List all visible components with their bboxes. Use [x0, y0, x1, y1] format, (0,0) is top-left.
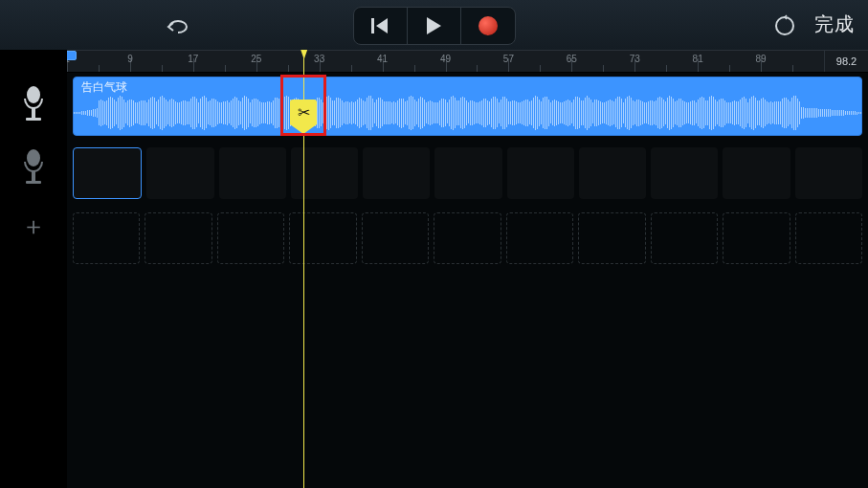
svg-marker-2: [427, 17, 441, 34]
ruler-tick-label: 81: [693, 54, 703, 64]
ruler-tick-label: 65: [567, 54, 577, 64]
ruler-tick-label: 17: [188, 54, 198, 64]
cell-slot[interactable]: [289, 212, 356, 264]
arrange-area[interactable]: 告白气球: [67, 73, 868, 488]
record-icon: [479, 16, 498, 35]
split-marker[interactable]: ✂: [290, 100, 317, 134]
svg-rect-0: [371, 18, 374, 33]
cell-slot[interactable]: [651, 147, 718, 199]
track-header-mic-1[interactable]: [0, 73, 67, 136]
mic-icon: [19, 148, 48, 187]
svg-rect-6: [26, 118, 41, 121]
add-track-button[interactable]: ＋: [0, 199, 67, 253]
cell-slot[interactable]: [217, 212, 284, 264]
ruler-tick-label: 49: [440, 54, 451, 64]
cell-slot[interactable]: [579, 147, 646, 199]
cell-slot[interactable]: [219, 147, 286, 199]
ruler-tick-label: 33: [314, 54, 324, 64]
cell-slot[interactable]: [73, 212, 140, 264]
timeline-ruler[interactable]: 1917253341495765738189 98.2: [67, 50, 868, 73]
cell-slot[interactable]: [795, 147, 862, 199]
cell-slot[interactable]: [145, 212, 211, 264]
skip-back-icon: [370, 17, 389, 34]
ruler-tick-label: 9: [127, 54, 133, 64]
mic-icon: [19, 85, 48, 123]
loop-icon: [773, 14, 796, 37]
cell-row-1: [73, 147, 862, 199]
cell-slot[interactable]: [651, 212, 718, 264]
svg-rect-8: [32, 171, 35, 181]
svg-point-4: [27, 86, 40, 103]
cell-slot[interactable]: [723, 147, 790, 199]
waveform: [74, 93, 861, 133]
cell-slot[interactable]: [146, 147, 213, 199]
svg-marker-1: [376, 18, 388, 33]
ruler-tick-label: 57: [503, 54, 514, 64]
cell-slot[interactable]: [291, 147, 358, 199]
cell-slot[interactable]: [507, 147, 574, 199]
record-button[interactable]: [461, 8, 515, 44]
ruler-tick-label: 41: [377, 54, 388, 64]
loop-button[interactable]: [770, 11, 799, 40]
plus-icon: ＋: [21, 210, 46, 243]
cell-slot[interactable]: [362, 212, 429, 264]
cell-slot[interactable]: [578, 212, 645, 264]
cell-slot[interactable]: [795, 212, 862, 264]
svg-rect-5: [32, 108, 35, 118]
svg-rect-9: [26, 181, 41, 184]
track-header-column: ＋: [0, 50, 67, 488]
track-header-mic-2[interactable]: [0, 136, 67, 199]
cell-slot[interactable]: [723, 212, 790, 264]
ruler-tick-label: 89: [756, 54, 767, 64]
cell-slot[interactable]: [73, 147, 142, 199]
audio-clip[interactable]: 告白气球: [73, 77, 862, 136]
svg-point-7: [27, 149, 40, 166]
done-button[interactable]: 完成: [814, 11, 855, 37]
svg-point-3: [776, 17, 793, 34]
position-readout: 98.2: [824, 51, 868, 72]
ruler-tick-label: 73: [630, 54, 640, 64]
scissors-icon: ✂: [298, 103, 310, 122]
top-toolbar: 完成: [0, 0, 868, 50]
cell-slot[interactable]: [434, 147, 501, 199]
transport-controls: [353, 7, 516, 45]
undo-icon: [165, 15, 189, 36]
cell-row-2: [73, 212, 862, 264]
cell-slot[interactable]: [363, 147, 430, 199]
play-icon: [425, 16, 442, 35]
undo-button[interactable]: [158, 11, 196, 40]
play-button[interactable]: [408, 8, 461, 44]
ruler-tick-label: 25: [251, 54, 261, 64]
ruler-ticks: 1917253341495765738189: [67, 51, 824, 72]
cell-slot[interactable]: [506, 212, 573, 264]
skip-back-button[interactable]: [354, 8, 408, 44]
cell-slot[interactable]: [434, 212, 501, 264]
